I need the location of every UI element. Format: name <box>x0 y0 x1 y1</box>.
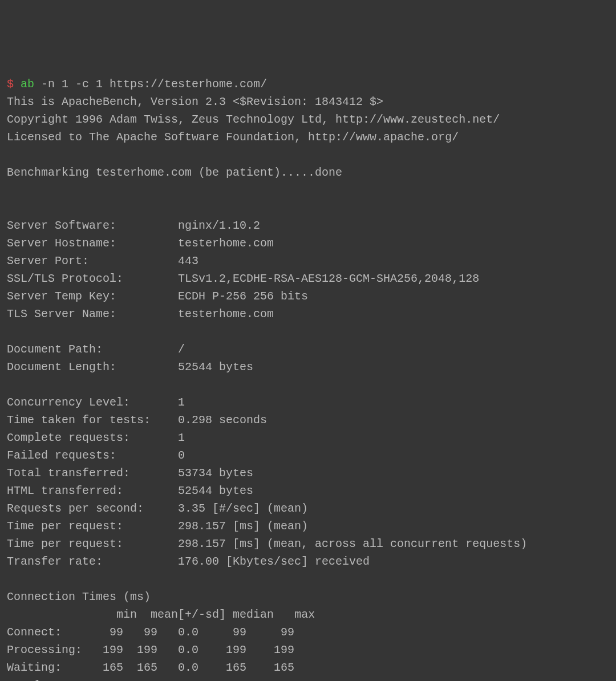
rps-row: Requests per second:3.35 [#/sec] (mean) <box>7 500 609 517</box>
time-taken-row: Time taken for tests:0.298 seconds <box>7 411 609 429</box>
html-transferred-value: 52544 bytes <box>178 484 253 497</box>
total-transferred-value: 53734 bytes <box>178 467 253 480</box>
total-transferred-row: Total transferred:53734 bytes <box>7 464 609 482</box>
conn-total-max: 298 <box>246 676 294 681</box>
complete-value: 1 <box>178 431 185 444</box>
tpr1-label: Time per request: <box>7 517 178 535</box>
server-tempkey-value: ECDH P-256 256 bits <box>178 290 308 303</box>
server-port-row: Server Port:443 <box>7 252 609 270</box>
concurrency-value: 1 <box>178 396 185 409</box>
conn-processing-label: Processing: <box>7 641 89 659</box>
doc-length-row: Document Length:52544 bytes <box>7 358 609 376</box>
conn-processing-sd: 0.0 <box>157 641 198 659</box>
conn-waiting-min: 165 <box>89 659 123 676</box>
prompt-args: -n 1 -c 1 https://testerhome.com/ <box>41 78 267 91</box>
rps-value: 3.35 [#/sec] (mean) <box>178 502 308 515</box>
rps-label: Requests per second: <box>7 500 178 517</box>
conn-connect-min: 99 <box>89 623 123 641</box>
html-transferred-row: HTML transferred:52544 bytes <box>7 482 609 500</box>
conn-waiting-max: 165 <box>246 659 294 676</box>
conn-connect-max: 99 <box>246 623 294 641</box>
prompt-line: $ ab -n 1 -c 1 https://testerhome.com/ <box>7 78 267 91</box>
conn-total-median: 298 <box>198 676 246 681</box>
tpr1-value: 298.157 [ms] (mean) <box>178 520 308 533</box>
conn-waiting-label: Waiting: <box>7 659 89 676</box>
transfer-rate-row: Transfer rate:176.00 [Kbytes/sec] receiv… <box>7 553 609 570</box>
complete-label: Complete requests: <box>7 429 178 447</box>
tpr1-row: Time per request:298.157 [ms] (mean) <box>7 517 609 535</box>
server-software-row: Server Software:nginx/1.10.2 <box>7 217 609 234</box>
conn-times-title: Connection Times (ms) <box>7 590 151 603</box>
conn-total-min: 298 <box>89 676 123 681</box>
server-hostname-row: Server Hostname:testerhome.com <box>7 234 609 252</box>
server-hostname-value: testerhome.com <box>178 237 274 250</box>
server-port-label: Server Port: <box>7 252 178 270</box>
conn-total-label: Total: <box>7 676 89 681</box>
conn-connect-label: Connect: <box>7 623 89 641</box>
conn-waiting-sd: 0.0 <box>157 659 198 676</box>
concurrency-label: Concurrency Level: <box>7 394 178 411</box>
header-line-1: This is ApacheBench, Version 2.3 <$Revis… <box>7 95 383 108</box>
conn-header-min: min <box>103 606 137 623</box>
failed-label: Failed requests: <box>7 447 178 464</box>
tls-servername-row: TLS Server Name:testerhome.com <box>7 305 609 323</box>
conn-processing-max: 199 <box>246 641 294 659</box>
ssl-protocol-label: SSL/TLS Protocol: <box>7 270 178 287</box>
conn-total-mean: 298 <box>123 676 157 681</box>
tpr2-value: 298.157 [ms] (mean, across all concurren… <box>178 537 527 550</box>
failed-row: Failed requests:0 <box>7 447 609 464</box>
prompt-dollar: $ <box>7 78 14 91</box>
server-tempkey-row: Server Temp Key:ECDH P-256 256 bits <box>7 287 609 305</box>
ssl-protocol-row: SSL/TLS Protocol:TLSv1.2,ECDHE-RSA-AES12… <box>7 270 609 287</box>
tls-servername-label: TLS Server Name: <box>7 305 178 323</box>
conn-processing-row: Processing:1991990.0199199 <box>7 641 609 659</box>
conn-connect-mean: 99 <box>123 623 157 641</box>
conn-connect-median: 99 <box>198 623 246 641</box>
html-transferred-label: HTML transferred: <box>7 482 178 500</box>
tpr2-label: Time per request: <box>7 535 178 553</box>
server-tempkey-label: Server Temp Key: <box>7 287 178 305</box>
terminal-output[interactable]: $ ab -n 1 -c 1 https://testerhome.com/ T… <box>7 75 609 681</box>
transfer-rate-label: Transfer rate: <box>7 553 178 570</box>
total-transferred-label: Total transferred: <box>7 464 178 482</box>
transfer-rate-value: 176.00 [Kbytes/sec] received <box>178 555 370 568</box>
conn-header-mean-sd: mean[+/-sd] <box>151 608 226 621</box>
concurrency-row: Concurrency Level:1 <box>7 394 609 411</box>
conn-total-sd: 0.0 <box>157 676 198 681</box>
doc-path-value: / <box>178 343 185 356</box>
conn-processing-min: 199 <box>89 641 123 659</box>
tls-servername-value: testerhome.com <box>178 307 274 321</box>
conn-total-row: Total:2982980.0298298 <box>7 676 609 681</box>
prompt-command: ab <box>21 78 34 91</box>
server-software-value: nginx/1.10.2 <box>178 219 260 232</box>
conn-header-row: min mean[+/-sd] median max <box>7 606 609 623</box>
conn-processing-median: 199 <box>198 641 246 659</box>
failed-value: 0 <box>178 449 185 462</box>
time-taken-value: 0.298 seconds <box>178 414 267 427</box>
benchmarking-line: Benchmarking testerhome.com (be patient)… <box>7 166 342 179</box>
complete-row: Complete requests:1 <box>7 429 609 447</box>
conn-header-median: median <box>233 608 274 621</box>
conn-connect-row: Connect:99990.09999 <box>7 623 609 641</box>
header-line-2: Copyright 1996 Adam Twiss, Zeus Technolo… <box>7 113 500 126</box>
tpr2-row: Time per request:298.157 [ms] (mean, acr… <box>7 535 609 553</box>
conn-connect-sd: 0.0 <box>157 623 198 641</box>
conn-header-max: max <box>294 608 315 621</box>
doc-length-value: 52544 bytes <box>178 360 253 374</box>
doc-path-row: Document Path:/ <box>7 340 609 358</box>
time-taken-label: Time taken for tests: <box>7 411 178 429</box>
conn-waiting-mean: 165 <box>123 659 157 676</box>
server-software-label: Server Software: <box>7 217 178 234</box>
conn-waiting-row: Waiting:1651650.0165165 <box>7 659 609 676</box>
server-hostname-label: Server Hostname: <box>7 234 178 252</box>
doc-path-label: Document Path: <box>7 340 178 358</box>
conn-waiting-median: 165 <box>198 659 246 676</box>
header-line-3: Licensed to The Apache Software Foundati… <box>7 131 459 144</box>
doc-length-label: Document Length: <box>7 358 178 376</box>
conn-processing-mean: 199 <box>123 641 157 659</box>
server-port-value: 443 <box>178 254 198 267</box>
ssl-protocol-value: TLSv1.2,ECDHE-RSA-AES128-GCM-SHA256,2048… <box>178 272 479 285</box>
